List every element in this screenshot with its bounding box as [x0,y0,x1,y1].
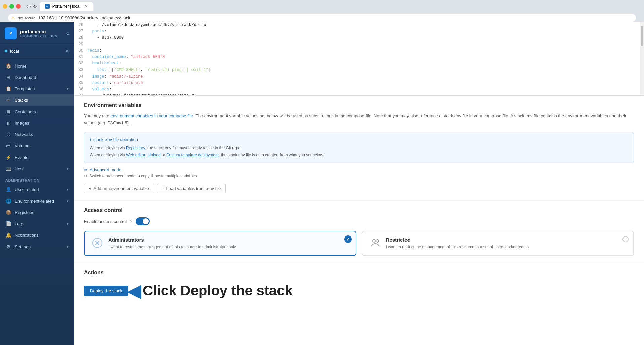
chevron-down-icon: ▾ [67,187,69,192]
sidebar-item-user-related[interactable]: 👤 User-related ▾ [0,184,74,195]
svg-text:P: P [10,32,12,35]
sidebar-item-label: Environment-related [15,199,54,204]
restricted-card[interactable]: Restricted I want to restrict the manage… [362,231,634,256]
sidebar-item-label: Volumes [15,143,32,148]
restricted-card-content: Restricted I want to restrict the manage… [386,237,529,250]
sidebar-item-logs[interactable]: 📄 Logs ▾ [0,218,74,229]
sidebar-item-volumes[interactable]: 🗃 Volumes [0,140,74,152]
code-lines: 26 - /volume1/docker/yamtrack/db:/yamtra… [74,22,644,96]
stacks-icon: ≡ [5,97,11,103]
load-env-button[interactable]: ↑ Load variables from .env file [157,184,226,193]
sidebar-item-networks[interactable]: ⬡ Networks [0,129,74,140]
window-controls[interactable] [3,4,21,9]
vertical-scrollbar[interactable] [640,22,644,95]
security-label: Not secure [17,16,35,20]
restricted-card-desc: I want to restrict the management of thi… [386,244,529,250]
scrollbar-thumb[interactable] [641,26,643,46]
environment-icon: 🌐 [5,198,11,204]
back-button[interactable]: ‹ [26,3,28,10]
logo-text: portainer.io COMMUNITY EDITION [20,29,57,38]
annotation-text: Click Deploy the stack [143,283,293,299]
help-icon[interactable]: ? [130,219,132,224]
sidebar-item-home[interactable]: 🏠 Home [0,60,74,72]
env-buttons: + Add an environment variable ↑ Load var… [84,184,634,193]
browser-chrome: ‹ › ↻ P Portainer | local ✕ ⚠ Not secure… [0,0,644,22]
svg-point-5 [373,240,375,242]
sidebar-item-stacks[interactable]: ≡ Stacks [0,94,74,106]
sidebar-collapse-icon[interactable]: « [66,30,69,36]
restricted-card-title: Restricted [386,237,529,243]
registries-icon: 📦 [5,210,11,215]
environment-selector[interactable]: local ✕ [0,45,74,57]
administrators-card-desc: I want to restrict the management of thi… [108,244,236,250]
env-close-icon[interactable]: ✕ [65,48,69,54]
minimize-button[interactable] [3,4,7,9]
close-button[interactable] [16,4,21,9]
chevron-down-icon: ▾ [67,87,69,91]
volumes-icon: 🗃 [5,143,11,148]
sidebar-item-events[interactable]: ⚡ Events [0,152,74,163]
info-box-line2: When deploying via Web editor, Upload or… [90,152,628,158]
access-toggle-switch[interactable] [136,217,150,225]
advanced-mode-link[interactable]: ✏ Advanced mode [84,167,634,172]
env-link[interactable]: environment variables in your compose fi… [110,113,193,118]
sidebar-item-label: User-related [15,187,39,192]
images-icon: ◧ [5,120,11,126]
repository-link[interactable]: Repository [126,146,145,150]
code-line-32: 32 healthcheck: [74,60,644,67]
active-tab[interactable]: P Portainer | local ✕ [40,2,93,11]
code-line-30: 30 redis: [74,48,644,54]
switch-mode-link[interactable]: ↺ Switch to advanced mode to copy & past… [84,174,634,178]
sidebar-item-label: Notifications [15,233,39,238]
code-line-35: 35 restart: on-failure:5 [74,80,644,86]
code-line-27: 27 ports: [74,28,644,35]
web-editor-link[interactable]: Web editor [126,153,145,157]
custom-template-link[interactable]: Custom template deployment [166,153,219,157]
info-box-line1: When deploying via Repository, the stack… [90,145,628,152]
sidebar-item-dashboard[interactable]: ⊞ Dashboard [0,72,74,83]
env-status-dot [5,50,7,52]
sidebar-item-label: Stacks [15,98,28,103]
browser-navigation[interactable]: ‹ › ↻ [26,3,37,10]
sidebar-item-host[interactable]: 💻 Host ▾ [0,163,74,174]
sidebar-item-environment-related[interactable]: 🌐 Environment-related ▾ [0,195,74,207]
settings-icon: ⚙ [5,244,11,249]
sidebar-item-images[interactable]: ◧ Images [0,117,74,129]
sidebar-item-templates[interactable]: 📋 Templates ▾ [0,83,74,94]
administrators-card[interactable]: Administrators I want to restrict the ma… [84,231,356,256]
sidebar-item-notifications[interactable]: 🔔 Notifications [0,229,74,241]
refresh-button[interactable]: ↻ [33,3,37,10]
tab-close-icon[interactable]: ✕ [85,4,88,9]
administrators-selected-icon [344,235,352,243]
upload-link[interactable]: Upload [148,153,161,157]
sidebar-item-label: Images [15,121,29,126]
deploy-annotation: Deploy the stack ◀ Click Deploy the stac… [84,281,634,300]
sidebar-item-label: Templates [15,86,35,91]
code-line-33: 33 test: ["CMD-SHELL", "redis-cli ping |… [74,67,644,73]
actions-title: Actions [84,270,634,276]
sidebar-logo: P portainer.io COMMUNITY EDITION « [0,22,74,45]
code-line-34: 34 image: redis:7-alpine [74,74,644,80]
deploy-stack-button[interactable]: Deploy the stack [84,286,128,296]
administrators-icon [91,237,103,249]
sidebar-item-containers[interactable]: ▣ Containers [0,106,74,117]
sidebar-item-label: Events [15,155,28,160]
forward-button[interactable]: › [29,3,31,10]
app-container: P portainer.io COMMUNITY EDITION « local… [0,22,644,345]
load-env-label: Load variables from .env file [166,186,221,191]
sidebar-item-label: Containers [15,109,36,114]
maximize-button[interactable] [9,4,14,9]
security-icon: ⚠ [11,16,15,20]
notifications-icon: 🔔 [5,232,11,238]
code-line-28: 28 - 8337:8000 [74,35,644,41]
env-section-description: You may use environment variables in you… [84,113,634,127]
containers-icon: ▣ [5,109,11,114]
code-editor[interactable]: 26 - /volume1/docker/yamtrack/db:/yamtra… [74,22,644,96]
sidebar-item-label: Registries [15,210,34,215]
sidebar-item-settings[interactable]: ⚙ Settings ▾ [0,241,74,252]
add-env-variable-button[interactable]: + Add an environment variable [84,184,154,193]
sidebar-item-registries[interactable]: 📦 Registries [0,207,74,218]
events-icon: ⚡ [5,155,11,160]
address-bar[interactable]: ⚠ Not secure 192.168.1.18:9000/#!/2/dock… [8,14,636,22]
upload-icon: ↑ [162,186,164,191]
